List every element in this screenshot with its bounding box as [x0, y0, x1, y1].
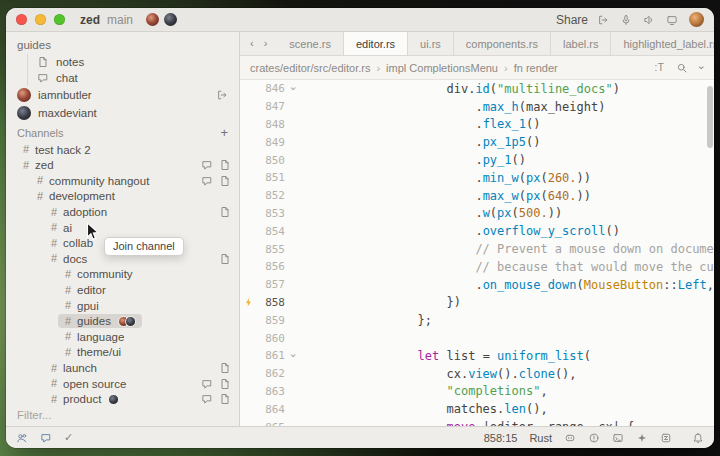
chat-icon[interactable]: [201, 175, 213, 187]
tab-components-rs[interactable]: components.rs: [454, 32, 551, 55]
channel-row-ai[interactable]: #ai: [6, 220, 239, 236]
code-line-847[interactable]: 847 .max_h(max_height): [240, 98, 714, 116]
code-line-854[interactable]: 854 .overflow_y_scroll(): [240, 222, 714, 240]
channel-file-notes[interactable]: notes: [28, 54, 239, 70]
code-line-848[interactable]: 848 .flex_1(): [240, 116, 714, 134]
chat-icon[interactable]: [201, 159, 213, 171]
participant-iamnbutler[interactable]: iamnbutler: [6, 86, 239, 104]
code-line-864[interactable]: 864 matches.len(),: [240, 400, 714, 418]
breadcrumb-impl[interactable]: impl CompletionsMenu: [386, 62, 498, 74]
participant-maxdeviant[interactable]: maxdeviant: [6, 104, 239, 122]
check-icon[interactable]: ✓: [64, 432, 73, 443]
people-icon[interactable]: [16, 432, 28, 444]
diagnostics-icon[interactable]: [588, 432, 600, 444]
mic-icon[interactable]: [620, 14, 632, 26]
file-icon[interactable]: [219, 159, 231, 171]
fold-chevron-icon[interactable]: ›: [287, 347, 300, 364]
tab-editor-rs[interactable]: editor.rs: [344, 32, 408, 56]
copilot-icon[interactable]: [564, 432, 576, 444]
scrollbar-thumb[interactable]: [707, 86, 713, 148]
minimize-button[interactable]: [35, 14, 46, 25]
syntax-selector-button[interactable]: :T: [654, 62, 664, 73]
user-avatar[interactable]: [689, 12, 704, 27]
channel-row-guides[interactable]: #guides: [6, 313, 239, 329]
channel-row-launch[interactable]: #launch: [6, 360, 239, 376]
channel-row-community[interactable]: #community: [6, 267, 239, 283]
channel-row-community-hangout[interactable]: #community hangout: [6, 173, 239, 189]
close-button[interactable]: [16, 14, 27, 25]
code-line-857[interactable]: 857 .on_mouse_down(MouseButton::Left, |_…: [240, 276, 714, 294]
code-line-856[interactable]: 856 // because that would move the curso…: [240, 258, 714, 276]
code-line-855[interactable]: 855 // Prevent a mouse down on documenta…: [240, 240, 714, 258]
filter-input[interactable]: [17, 409, 228, 421]
code-editor[interactable]: 846› div.id("multiline_docs")847 .max_h(…: [240, 80, 714, 426]
chevron-down-icon[interactable]: ›: [697, 66, 708, 70]
channel-row-open-source[interactable]: #open source: [6, 376, 239, 392]
channel-row-gpui[interactable]: #gpui: [6, 298, 239, 314]
channel-row-adoption[interactable]: #adoption: [6, 204, 239, 220]
code-line-865[interactable]: 865 move |editor, range, cx| {: [240, 418, 714, 426]
zoom-button[interactable]: [54, 14, 65, 25]
channel-row-test-hack-2[interactable]: #test hack 2: [6, 142, 239, 158]
bell-icon[interactable]: [692, 432, 704, 444]
channel-row-development[interactable]: #development: [6, 189, 239, 205]
code-line-863[interactable]: 863 "completions",: [240, 383, 714, 401]
collaborator-avatar[interactable]: [146, 13, 159, 26]
code-line-853[interactable]: 853 .w(px(500.)): [240, 205, 714, 223]
tab-highlighted-label-rs[interactable]: highlighted_label.rs: [611, 32, 714, 55]
zed-icon[interactable]: [660, 432, 672, 444]
code-line-846[interactable]: 846› div.id("multiline_docs"): [240, 80, 714, 98]
file-icon[interactable]: [219, 253, 231, 265]
code-line-858[interactable]: 858 }): [240, 294, 714, 312]
breadcrumb-fn[interactable]: fn render: [514, 62, 558, 74]
code-action-bolt-icon[interactable]: [240, 297, 257, 308]
file-icon[interactable]: [219, 206, 231, 218]
code-line-849[interactable]: 849 .px_1p5(): [240, 133, 714, 151]
code-line-859[interactable]: 859 };: [240, 311, 714, 329]
channel-item: #docs: [44, 252, 93, 267]
speaker-icon[interactable]: [643, 14, 655, 26]
file-icon[interactable]: [219, 362, 231, 374]
file-icon[interactable]: [219, 393, 231, 405]
channel-row-zed[interactable]: #zed: [6, 158, 239, 174]
branch-name[interactable]: main: [107, 13, 133, 27]
breadcrumb-path[interactable]: crates/editor/src/editor.rs: [250, 62, 370, 74]
search-icon[interactable]: [676, 62, 688, 74]
collaborator-avatar[interactable]: [164, 13, 177, 26]
chevron-left-icon[interactable]: ‹: [250, 38, 254, 49]
channel-row-editor[interactable]: #editor: [6, 282, 239, 298]
project-name[interactable]: zed: [80, 13, 100, 27]
channel-row-product[interactable]: #product: [6, 391, 239, 407]
code-line-861[interactable]: 861› let list = uniform_list(: [240, 347, 714, 365]
chat-icon[interactable]: [201, 378, 213, 390]
titlebar[interactable]: zed main Share: [6, 8, 714, 32]
channel-item: #test hack 2: [16, 142, 97, 157]
file-icon[interactable]: [219, 175, 231, 187]
display-icon[interactable]: [666, 14, 678, 26]
tab-ui-rs[interactable]: ui.rs: [408, 32, 454, 55]
code-line-862[interactable]: 862 cx.view().clone(),: [240, 365, 714, 383]
cursor-position[interactable]: 858:15: [484, 432, 518, 444]
tab-scene-rs[interactable]: scene.rs: [277, 32, 344, 55]
code-line-851[interactable]: 851 .min_w(px(260.)): [240, 169, 714, 187]
tab-label-rs[interactable]: label.rs: [551, 32, 611, 55]
code-line-852[interactable]: 852 .max_w(px(640.)): [240, 187, 714, 205]
current-channel[interactable]: guides: [6, 37, 239, 53]
channel-file-chat[interactable]: chat: [28, 70, 239, 86]
code-line-850[interactable]: 850 .py_1(): [240, 151, 714, 169]
channel-row-language[interactable]: #language: [6, 329, 239, 345]
terminal-icon[interactable]: [612, 432, 624, 444]
share-button[interactable]: Share: [556, 13, 588, 27]
add-channel-button[interactable]: +: [220, 125, 228, 140]
leave-call-icon[interactable]: [597, 14, 609, 26]
chat-icon[interactable]: [40, 432, 52, 444]
channel-row-theme-ui[interactable]: #theme/ui: [6, 345, 239, 361]
language-selector[interactable]: Rust: [529, 432, 552, 444]
leave-icon[interactable]: [216, 89, 228, 101]
chat-icon[interactable]: [201, 393, 213, 405]
file-icon[interactable]: [219, 378, 231, 390]
assistant-icon[interactable]: [636, 432, 648, 444]
code-line-860[interactable]: 860: [240, 329, 714, 347]
fold-chevron-icon[interactable]: ›: [287, 80, 300, 97]
chevron-right-icon[interactable]: ›: [264, 38, 268, 49]
